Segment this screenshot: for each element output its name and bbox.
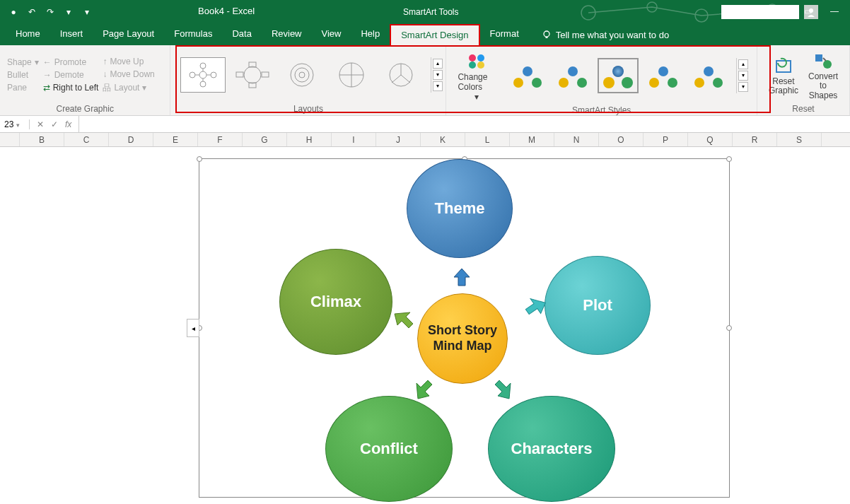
svg-point-21 [291, 64, 313, 86]
column-header[interactable]: Q [688, 133, 733, 146]
group-label-layouts: Layouts [177, 102, 438, 114]
svg-rect-18 [262, 72, 269, 77]
text-pane-toggle[interactable]: ◂ [187, 319, 199, 337]
smartart-node-theme[interactable]: Theme [407, 159, 513, 258]
ribbon-display-icon[interactable]: ▭ [799, 3, 816, 20]
svg-point-8 [200, 63, 206, 69]
svg-point-11 [190, 72, 195, 78]
column-header[interactable]: N [554, 133, 599, 146]
enter-icon[interactable]: ✓ [51, 119, 58, 129]
gallery-down-button[interactable]: ▾ [433, 70, 443, 80]
smartart-node-characters[interactable]: Characters [488, 396, 615, 502]
tab-formulas[interactable]: Formulas [164, 24, 222, 45]
layout-option-matrix[interactable] [329, 57, 374, 93]
gallery-more-button[interactable]: ▾ [738, 82, 748, 92]
text-pane-button[interactable]: Pane [7, 83, 39, 93]
group-label-create-graphic: Create Graphic [7, 102, 163, 114]
cancel-icon[interactable]: ✕ [37, 119, 44, 129]
tab-view[interactable]: View [312, 24, 351, 45]
column-header[interactable]: K [421, 133, 465, 146]
column-header[interactable]: J [376, 133, 421, 146]
group-layouts: ▴ ▾ ▾ Layouts [170, 45, 446, 115]
formula-input[interactable] [78, 116, 850, 132]
layout-option-pie[interactable] [378, 57, 424, 93]
undo-icon[interactable]: ↶ [25, 6, 38, 18]
svg-point-39 [603, 77, 615, 88]
style-option-2[interactable] [552, 58, 593, 93]
rtl-button[interactable]: ⇄ Right to Left [43, 83, 99, 93]
column-header[interactable]: H [287, 133, 332, 146]
tab-page-layout[interactable]: Page Layout [93, 24, 164, 45]
resize-handle-e[interactable] [726, 325, 732, 331]
svg-point-28 [469, 54, 476, 61]
column-header[interactable]: S [777, 133, 822, 146]
tell-me-search[interactable]: Tell me what you want to do [529, 24, 669, 45]
column-header[interactable]: I [332, 133, 376, 146]
smartart-node-climax[interactable]: Climax [279, 249, 392, 355]
window-title: Book4 - Excel [198, 6, 255, 16]
tab-format[interactable]: Format [480, 24, 529, 45]
change-colors-button[interactable]: Change Colors ▾ [453, 48, 500, 103]
group-create-graphic: Shape ▾ Bullet Pane ← Promote → Demote ⇄… [0, 45, 170, 115]
smartart-node-center[interactable]: Short Story Mind Map [417, 293, 508, 384]
resize-handle-nw[interactable] [197, 156, 202, 162]
column-header[interactable]: M [510, 133, 554, 146]
column-header[interactable]: R [733, 133, 777, 146]
svg-point-7 [199, 71, 206, 78]
layouts-gallery[interactable] [177, 53, 426, 97]
svg-point-41 [658, 66, 668, 76]
tab-home[interactable]: Home [6, 24, 50, 45]
layout-option-cycle[interactable] [230, 57, 275, 93]
styles-gallery[interactable] [504, 54, 732, 98]
ribbon-tabs: Home Insert Page Layout Formulas Data Re… [0, 24, 850, 45]
column-header[interactable]: L [465, 133, 510, 146]
column-header[interactable]: E [153, 133, 198, 146]
style-option-4[interactable] [643, 58, 684, 93]
redo-icon[interactable]: ↷ [44, 6, 57, 18]
gallery-up-button[interactable]: ▴ [738, 59, 748, 69]
fx-icon[interactable]: fx [65, 119, 71, 129]
convert-button[interactable]: Convert to Shapes [804, 48, 842, 102]
style-option-3[interactable] [598, 58, 639, 93]
svg-marker-52 [495, 380, 511, 399]
gallery-up-button[interactable]: ▴ [433, 59, 443, 69]
name-box[interactable]: 23 ▾ [0, 119, 30, 129]
reset-graphic-button[interactable]: Reset Graphic [764, 53, 803, 97]
resize-handle-ne[interactable] [726, 156, 732, 162]
svg-point-9 [211, 72, 216, 78]
formula-bar: 23 ▾ ✕ ✓ fx [0, 116, 850, 133]
column-header[interactable]: B [20, 133, 64, 146]
column-header[interactable]: O [599, 133, 644, 146]
column-header[interactable]: F [198, 133, 243, 146]
minimize-icon[interactable]: — [826, 3, 843, 20]
column-header[interactable]: D [109, 133, 153, 146]
tab-help[interactable]: Help [351, 24, 390, 45]
layout-option-radial[interactable] [180, 57, 226, 93]
add-shape-button[interactable]: Shape ▾ [7, 57, 39, 67]
qat-dropdown-icon[interactable]: ▾ [62, 6, 75, 18]
autosave-icon[interactable]: ● [7, 6, 20, 18]
tab-insert[interactable]: Insert [50, 24, 93, 45]
chevron-down-icon: ▾ [35, 57, 39, 67]
column-header[interactable]: G [243, 133, 287, 146]
gallery-more-button[interactable]: ▾ [433, 81, 443, 91]
style-option-5[interactable] [688, 58, 729, 93]
reset-graphic-label: Reset Graphic [769, 77, 798, 95]
smartart-node-conflict[interactable]: Conflict [325, 396, 453, 502]
search-input[interactable] [721, 5, 799, 19]
move-down-button: ↓ Move Down [103, 69, 154, 79]
tab-smartart-design[interactable]: SmartArt Design [390, 24, 479, 45]
gallery-down-button[interactable]: ▾ [738, 71, 748, 81]
smartart-node-plot[interactable]: Plot [545, 256, 651, 355]
tab-data[interactable]: Data [222, 24, 261, 45]
arrow-up-icon [451, 267, 472, 288]
tab-review[interactable]: Review [262, 24, 312, 45]
svg-rect-48 [815, 54, 822, 61]
column-header[interactable]: C [64, 133, 109, 146]
qat-overflow-icon[interactable]: ▾ [81, 6, 93, 18]
worksheet-grid[interactable]: BCDEFGHIJKLMNOPQRS [0, 133, 850, 147]
layout-button: 品 Layout ▾ [103, 82, 154, 94]
column-header[interactable]: P [644, 133, 688, 146]
style-option-1[interactable] [507, 58, 548, 93]
layout-option-target[interactable] [279, 57, 325, 93]
